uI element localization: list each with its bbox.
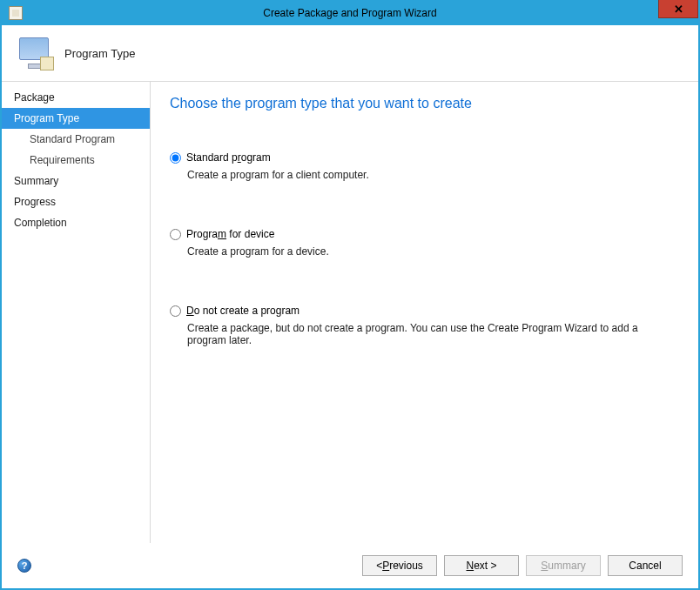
radio-label-standard-program[interactable]: Standard program xyxy=(186,151,271,164)
instruction-text: Choose the program type that you want to… xyxy=(170,96,679,111)
summary-button: Summary xyxy=(526,555,601,576)
sidebar-item-summary[interactable]: Summary xyxy=(2,171,150,191)
sidebar-item-completion[interactable]: Completion xyxy=(2,212,150,233)
option-desc-program-for-device: Create a program for a device. xyxy=(187,245,679,258)
sidebar-item-standard-program[interactable]: Standard Program xyxy=(2,129,150,150)
help-icon[interactable]: ? xyxy=(17,559,31,573)
radio-program-for-device[interactable] xyxy=(170,229,181,240)
titlebar: Create Package and Program Wizard ✕ xyxy=(2,0,698,25)
option-desc-standard-program: Create a program for a client computer. xyxy=(187,169,679,181)
page-title: Program Type xyxy=(64,47,135,60)
computer-package-icon xyxy=(17,36,52,70)
button-group: < Previous Next > Summary Cancel xyxy=(362,555,683,576)
wizard-window: Create Package and Program Wizard ✕ Prog… xyxy=(0,0,700,590)
wizard-body: Package Program Type Standard Program Re… xyxy=(2,82,698,543)
radio-label-do-not-create[interactable]: Do not create a program xyxy=(186,305,300,317)
close-button[interactable]: ✕ xyxy=(658,0,698,18)
next-button[interactable]: Next > xyxy=(444,555,519,576)
window-title: Create Package and Program Wizard xyxy=(2,7,698,19)
close-icon: ✕ xyxy=(674,3,683,16)
wizard-header: Program Type xyxy=(2,25,698,82)
option-desc-do-not-create: Create a package, but do not create a pr… xyxy=(187,322,679,346)
radio-standard-program[interactable] xyxy=(170,152,181,164)
sidebar-item-program-type[interactable]: Program Type xyxy=(2,108,150,129)
option-do-not-create: Do not create a program Create a package… xyxy=(170,305,679,346)
sidebar-item-progress[interactable]: Progress xyxy=(2,191,150,212)
sidebar-item-requirements[interactable]: Requirements xyxy=(2,150,150,171)
previous-button[interactable]: < Previous xyxy=(362,555,437,576)
wizard-sidebar: Package Program Type Standard Program Re… xyxy=(2,82,151,543)
radio-do-not-create[interactable] xyxy=(170,305,181,317)
wizard-footer: ? < Previous Next > Summary Cancel xyxy=(2,543,698,588)
wizard-content: Choose the program type that you want to… xyxy=(151,82,698,543)
option-program-for-device: Program for device Create a program for … xyxy=(170,228,679,258)
option-standard-program: Standard program Create a program for a … xyxy=(170,151,679,181)
radio-label-program-for-device[interactable]: Program for device xyxy=(186,228,274,240)
sidebar-item-package[interactable]: Package xyxy=(2,87,150,108)
cancel-button[interactable]: Cancel xyxy=(608,555,683,576)
